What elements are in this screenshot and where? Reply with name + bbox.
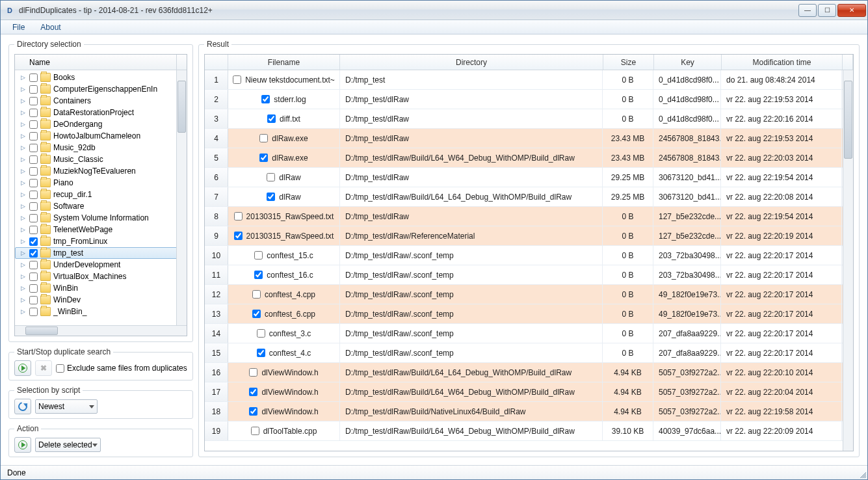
table-row[interactable]: 16dlViewWindow.hD:/tmp_test/dlRaw/Build/… [205,363,853,382]
table-row[interactable]: 1Nieuw tekstdocument.txt~D:/tmp_test0 B0… [205,70,853,90]
tree-item-checkbox[interactable] [29,191,38,199]
tree-item[interactable]: ▷tmp_test [15,247,187,259]
row-checkbox[interactable] [261,95,270,103]
menu-file[interactable]: File [5,21,33,33]
row-checkbox[interactable] [267,193,275,201]
expand-icon[interactable]: ▷ [19,308,27,315]
menu-about[interactable]: About [33,21,68,33]
table-row[interactable]: 3diff.txtD:/tmp_test/dlRaw0 B0_d41d8cd98… [205,109,853,129]
tree-item-checkbox[interactable] [29,144,38,152]
tree-item[interactable]: ▷_WinBin_ [15,306,187,317]
script-refresh-button[interactable] [14,399,31,414]
table-row[interactable]: 12conftest_4.cppD:/tmp_test/dlRaw/.sconf… [205,285,853,304]
tree-item-checkbox[interactable] [29,296,38,304]
expand-icon[interactable]: ▷ [19,250,27,256]
expand-icon[interactable]: ▷ [19,121,27,127]
tree-item[interactable]: ▷System Volume Information [15,212,187,224]
tree-item[interactable]: ▷DataRestorationProject [15,107,187,118]
minimize-button[interactable]: — [798,4,817,17]
expand-icon[interactable]: ▷ [19,191,27,198]
row-checkbox[interactable] [254,251,263,260]
tree-item-checkbox[interactable] [29,249,38,258]
table-row[interactable]: 13conftest_6.cppD:/tmp_test/dlRaw/.sconf… [205,304,853,324]
table-row[interactable]: 14conftest_3.cD:/tmp_test/dlRaw/.sconf_t… [205,324,853,343]
tree-item-checkbox[interactable] [29,132,38,140]
exclude-same-files-checkbox[interactable] [56,364,64,373]
expand-icon[interactable]: ▷ [19,285,27,291]
stop-search-button[interactable]: ✖ [35,360,52,376]
expand-icon[interactable]: ▷ [19,156,27,163]
expand-icon[interactable]: ▷ [19,297,27,303]
table-row[interactable]: 11conftest_16.cD:/tmp_test/dlRaw/.sconf_… [205,265,853,285]
grid-vertical-scrollbar[interactable] [843,70,853,451]
expand-icon[interactable]: ▷ [19,261,27,268]
row-checkbox[interactable] [267,173,275,181]
expand-icon[interactable]: ▷ [19,203,27,209]
tree-item-checkbox[interactable] [29,97,38,105]
row-checkbox[interactable] [259,134,268,142]
tree-item-checkbox[interactable] [29,284,38,293]
col-header-filename[interactable]: Filename [228,55,340,70]
close-button[interactable]: ✕ [837,4,866,17]
tree-item-checkbox[interactable] [29,237,38,246]
tree-item[interactable]: ▷MuziekNogTeEvalueren [15,165,187,177]
table-row[interactable]: 820130315_RawSpeed.txtD:/tmp_test/dlRaw0… [205,207,853,226]
tree-item[interactable]: ▷UnderDevelopment [15,259,187,271]
expand-icon[interactable]: ▷ [19,273,27,280]
row-checkbox[interactable] [267,114,276,123]
table-row[interactable]: 15conftest_4.cD:/tmp_test/dlRaw/.sconf_t… [205,343,853,363]
tree-item-checkbox[interactable] [29,73,38,82]
expand-icon[interactable]: ▷ [19,98,27,104]
expand-icon[interactable]: ▷ [19,226,27,233]
tree-item-checkbox[interactable] [29,214,38,222]
exclude-same-files-label[interactable]: Exclude same files from duplicates [56,364,187,373]
expand-icon[interactable]: ▷ [19,180,27,186]
tree-item[interactable]: ▷HowtoJalbumChameleon [15,130,187,142]
expand-icon[interactable]: ▷ [19,109,27,116]
tree-item[interactable]: ▷Piano [15,177,187,189]
tree-item[interactable]: ▷WinBin [15,282,187,294]
action-combo[interactable]: Delete selected [35,438,101,452]
row-checkbox[interactable] [233,75,241,84]
table-row[interactable]: 19dlToolTable.cppD:/tmp_test/dlRaw/Build… [205,421,853,441]
col-header-rownum[interactable] [205,55,228,70]
tree-item-checkbox[interactable] [29,109,38,117]
tree-item[interactable]: ▷Software [15,200,187,212]
start-search-button[interactable] [14,360,31,376]
expand-icon[interactable]: ▷ [19,74,27,81]
tree-item[interactable]: ▷Containers [15,95,187,107]
table-row[interactable]: 17dlViewWindow.hD:/tmp_test/dlRaw/Build/… [205,382,853,402]
expand-icon[interactable]: ▷ [19,215,27,221]
tree-item-checkbox[interactable] [29,167,38,176]
expand-icon[interactable]: ▷ [19,133,27,139]
tree-item-checkbox[interactable] [29,179,38,187]
resize-grip[interactable] [858,470,866,478]
tree-item-checkbox[interactable] [29,273,38,281]
tree-item[interactable]: ▷WinDev [15,294,187,306]
col-header-modification[interactable]: Modification time [722,55,843,70]
expand-icon[interactable]: ▷ [19,86,27,92]
row-checkbox[interactable] [249,388,257,396]
col-header-key[interactable]: Key [654,55,722,70]
row-checkbox[interactable] [257,349,265,357]
tree-item[interactable]: ▷Books [15,72,187,83]
expand-icon[interactable]: ▷ [19,168,27,174]
row-checkbox[interactable] [252,310,261,318]
row-checkbox[interactable] [234,232,243,240]
table-row[interactable]: 18dlViewWindow.hD:/tmp_test/dlRaw/Build/… [205,402,853,421]
row-checkbox[interactable] [252,290,261,299]
row-checkbox[interactable] [257,329,265,338]
tree-item[interactable]: ▷tmp_FromLinux [15,235,187,247]
tree-item-checkbox[interactable] [29,261,38,269]
row-checkbox[interactable] [251,427,259,435]
col-header-size[interactable]: Size [603,55,654,70]
action-run-button[interactable] [14,437,31,453]
expand-icon[interactable]: ▷ [19,144,27,151]
tree-item[interactable]: ▷DeOndergang [15,118,187,130]
col-header-directory[interactable]: Directory [340,55,603,70]
tree-item-checkbox[interactable] [29,226,38,234]
row-checkbox[interactable] [249,407,257,416]
tree-item[interactable]: ▷Music_Classic [15,153,187,165]
tree-item[interactable]: ▷TelenetWebPage [15,224,187,235]
row-checkbox[interactable] [249,368,257,377]
